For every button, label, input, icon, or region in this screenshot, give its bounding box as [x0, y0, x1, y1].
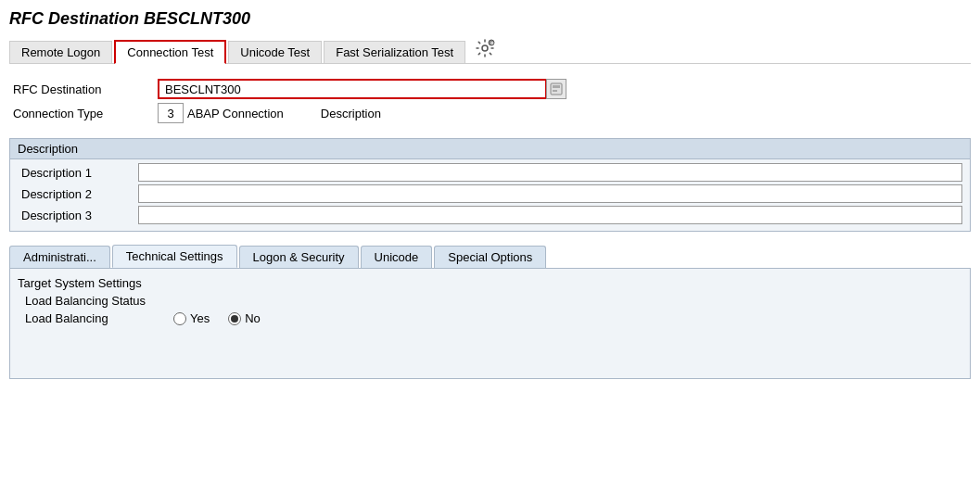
description-section-header: Description — [9, 138, 971, 159]
description-3-label: Description 3 — [18, 209, 138, 222]
tab-unicode-test[interactable]: Unicode Test — [228, 41, 322, 63]
svg-text:⚙: ⚙ — [490, 41, 494, 45]
description-1-label: Description 1 — [18, 166, 138, 180]
connection-type-text: ABAP Connection — [187, 107, 284, 120]
description-2-row: Description 2 — [18, 184, 962, 203]
radio-no-label: No — [245, 311, 261, 325]
target-system-settings-header: Target System Settings — [18, 276, 962, 290]
load-balancing-label: Load Balancing — [25, 311, 173, 325]
tab-connection-test[interactable]: Connection Test — [114, 40, 226, 64]
description-section: Description Description 1 Description 2 … — [9, 138, 971, 232]
connection-type-row: Connection Type 3 ABAP Connection Descri… — [9, 103, 971, 123]
description-3-row: Description 3 — [18, 206, 962, 224]
connection-type-label: Connection Type — [9, 107, 158, 120]
load-balancing-status-label: Load Balancing Status — [25, 294, 173, 308]
tab-remote-logon[interactable]: Remote Logon — [9, 41, 112, 63]
description-2-input[interactable] — [138, 184, 962, 203]
radio-no-circle[interactable] — [228, 312, 241, 325]
svg-rect-5 — [553, 90, 557, 92]
description-2-label: Description 2 — [18, 187, 138, 201]
inner-tab-administration[interactable]: Administrati... — [9, 246, 110, 268]
connection-type-number: 3 — [158, 103, 184, 123]
toolbar-gear-icon[interactable]: ⚙ — [475, 38, 495, 63]
description-section-body: Description 1 Description 2 Description … — [9, 159, 971, 232]
radio-no-option[interactable]: No — [228, 311, 261, 325]
description-1-input[interactable] — [138, 163, 962, 182]
inner-tab-technical-settings[interactable]: Technical Settings — [112, 245, 237, 268]
load-balancing-row: Load Balancing Yes No — [18, 311, 962, 325]
page-title: RFC Destination BESCLNT300 — [9, 9, 971, 29]
svg-point-0 — [482, 45, 488, 51]
inner-tab-content: Target System Settings Load Balancing St… — [9, 268, 971, 379]
inner-tab-logon-security[interactable]: Logon & Security — [239, 246, 359, 268]
tab-fast-serialization[interactable]: Fast Serialization Test — [324, 41, 465, 63]
description-3-input[interactable] — [138, 206, 962, 224]
rfc-destination-input[interactable] — [158, 79, 547, 99]
radio-yes-option[interactable]: Yes — [173, 311, 210, 325]
load-balancing-radio-group: Yes No — [173, 311, 261, 325]
rfc-destination-label: RFC Destination — [9, 82, 158, 96]
svg-rect-3 — [551, 83, 562, 95]
rfc-destination-input-group — [158, 79, 566, 99]
toolbar-tabs: Remote Logon Connection Test Unicode Tes… — [9, 38, 971, 64]
inner-tab-special-options[interactable]: Special Options — [434, 246, 546, 268]
description-1-row: Description 1 — [18, 163, 962, 182]
rfc-destination-browse-button[interactable] — [546, 79, 566, 99]
load-balancing-status-row: Load Balancing Status — [18, 294, 962, 308]
rfc-destination-row: RFC Destination — [9, 79, 971, 99]
radio-yes-label: Yes — [190, 311, 210, 325]
inner-tabs: Administrati... Technical Settings Logon… — [9, 245, 971, 268]
inner-tab-unicode[interactable]: Unicode — [361, 246, 433, 268]
radio-yes-circle[interactable] — [173, 312, 186, 325]
inner-tabs-container: Administrati... Technical Settings Logon… — [9, 245, 971, 379]
form-area: RFC Destination Connection Type 3 ABAP C… — [9, 75, 971, 131]
description-label: Description — [321, 107, 381, 120]
svg-rect-4 — [553, 85, 560, 88]
page-container: RFC Destination BESCLNT300 Remote Logon … — [0, 0, 980, 481]
